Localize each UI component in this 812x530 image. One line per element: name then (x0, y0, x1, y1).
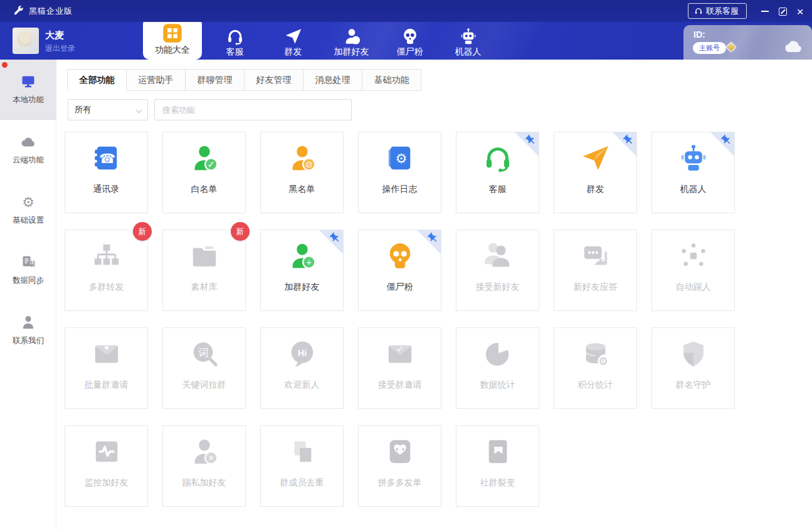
tab-2[interactable]: 群聊管理 (185, 69, 245, 91)
envelope-check-icon: ✓ (359, 328, 441, 379)
close-button[interactable]: × (793, 5, 807, 18)
person-check-icon: ✓ (163, 132, 245, 184)
addressbook-icon: ☎ (65, 132, 147, 184)
tile-material-library[interactable]: 素材库新 (162, 230, 246, 311)
tile-accept-new-friend[interactable]: 接受新好友 (456, 230, 539, 311)
tile-add-group-friend[interactable]: +加群好友 (260, 230, 344, 311)
tile-group-name-guard[interactable]: 群名守护 (651, 327, 735, 409)
tile-data-stats[interactable]: 数据统计 (456, 327, 539, 409)
maximize-button[interactable] (776, 5, 789, 18)
contact-support-button[interactable]: 联系客服 (688, 3, 747, 19)
category-tabs: 全部功能运营助手群聊管理好友管理消息处理基础功能 (68, 69, 421, 91)
tile-blacklist[interactable]: ⊘黑名单 (260, 132, 344, 213)
nav-item-robot[interactable]: 机器人 (439, 22, 497, 60)
tile-community-fission[interactable]: 社群裂变 (456, 425, 539, 507)
svg-text:⚙: ⚙ (22, 194, 34, 209)
tile-mass-send[interactable]: 群发 (554, 132, 637, 213)
tile-zombie-fans[interactable]: 僵尸粉 (358, 230, 441, 311)
category-select[interactable]: 所有 (68, 99, 148, 120)
svg-text:+: + (306, 257, 311, 267)
svg-text:⚙: ⚙ (395, 151, 407, 166)
monitor-icon (20, 74, 36, 89)
cloud-icon (783, 39, 803, 53)
persons-icon (456, 230, 539, 282)
tab-0[interactable]: 全部功能 (67, 69, 127, 91)
tile-contacts[interactable]: ☎通讯录 (65, 132, 148, 213)
logbook-icon: ⚙ (359, 132, 441, 184)
svg-text:Hi: Hi (297, 348, 306, 358)
tab-1[interactable]: 运营助手 (126, 69, 186, 91)
tile-multi-group-forward[interactable]: 多群转发新 (65, 230, 148, 311)
tag-icon (456, 426, 539, 477)
tile-monitor-add-friend[interactable]: 监控加好友 (65, 425, 148, 507)
tab-3[interactable]: 好友管理 (244, 69, 303, 91)
sidebar-item-cloud-features[interactable]: 云端功能 (0, 120, 56, 180)
db-gear-icon: ⚙ (554, 328, 636, 379)
app-window: 黑猫企业版 联系客服 × 大麦 退出登录 功能大全客服群发+加群好友僵尸粉机器人… (0, 0, 812, 530)
tile-pdd-order[interactable]: 拼多多发单 (358, 425, 441, 507)
network-icon (652, 230, 734, 282)
new-badge: 新 (133, 222, 152, 241)
logout-link[interactable]: 退出登录 (45, 43, 75, 54)
tile-auto-kick[interactable]: 自动踢人 (651, 230, 735, 311)
nav-item-mass-send[interactable]: 群发 (264, 22, 322, 60)
user-name: 大麦 (45, 29, 64, 41)
new-badge: 新 (231, 222, 250, 241)
person-x-icon: × (163, 426, 245, 477)
tile-new-friend-reply[interactable]: 新好友应答 (554, 230, 637, 311)
tile-operation-log[interactable]: ⚙操作日志 (358, 132, 441, 213)
chat-icon (554, 230, 636, 282)
minimize-button[interactable] (758, 5, 772, 18)
svg-text:♥: ♥ (104, 344, 108, 352)
notification-dot (2, 62, 8, 68)
sidebar-item-contact-us[interactable]: 联系我们 (0, 300, 56, 361)
tab-5[interactable]: 基础功能 (362, 69, 421, 91)
nav-item-add-group-friend[interactable]: +加群好友 (322, 22, 381, 60)
tile-member-dedupe[interactable]: 群成员去重 (260, 425, 344, 507)
tile-batch-group-invite[interactable]: ♥批量群邀请 (65, 327, 148, 409)
tile-points-stats[interactable]: ⚙积分统计 (554, 327, 637, 409)
envelope-heart-icon: ♥ (65, 328, 147, 379)
svg-text:⊘: ⊘ (305, 159, 312, 169)
sidebar-item-data-sync[interactable]: 数据同步 (0, 240, 56, 300)
svg-text:✓: ✓ (396, 344, 403, 354)
feature-grid: ☎通讯录✓白名单⊘黑名单⚙操作日志客服群发机器人多群转发新素材库新+加群好友僵尸… (65, 132, 735, 507)
filter-row: 所有 (68, 99, 352, 120)
pdd-icon (359, 426, 441, 477)
main-content: 全部功能运营助手群聊管理好友管理消息处理基础功能 所有 ☎通讯录✓白名单⊘黑名单… (56, 60, 812, 530)
tile-whitelist[interactable]: ✓白名单 (162, 132, 246, 213)
sidebar-item-basic-settings[interactable]: ⚙基础设置 (0, 180, 56, 240)
hi-bubble-icon: Hi (261, 328, 343, 379)
tile-customer-service[interactable]: 客服 (456, 132, 539, 213)
nav-item-features[interactable]: 功能大全 (143, 18, 202, 60)
app-title: 黑猫企业版 (29, 6, 73, 17)
tile-robot[interactable]: 机器人 (651, 132, 735, 213)
header: 大麦 退出登录 功能大全客服群发+加群好友僵尸粉机器人 ID: 主账号 (0, 22, 812, 60)
titlebar: 黑猫企业版 联系客服 × (0, 0, 812, 22)
id-label: ID: (693, 29, 705, 40)
tile-kick-private-add[interactable]: ×踢私加好友 (162, 425, 246, 507)
account-id-panel: ID: 主账号 (683, 25, 812, 60)
sidebar-item-local-features[interactable]: 本地功能 (0, 60, 56, 120)
person-icon (20, 315, 36, 330)
svg-text:+: + (354, 37, 357, 43)
primary-account-badge: 主账号 (693, 42, 726, 54)
vip-gem-icon (726, 42, 737, 53)
nav-item-zombie-fans[interactable]: 僵尸粉 (381, 22, 439, 60)
chevron-down-icon (136, 107, 142, 114)
tile-welcome-new[interactable]: Hi欢迎新人 (260, 327, 344, 409)
nav-item-customer-service[interactable]: 客服 (206, 22, 264, 60)
sync-icon (20, 255, 36, 270)
sidebar: 本地功能云端功能⚙基础设置数据同步联系我们 (0, 60, 56, 530)
svg-text:⚙: ⚙ (598, 355, 608, 368)
person-plus-icon: + (343, 22, 361, 45)
tile-accept-group-invite[interactable]: ✓接受群邀请 (358, 327, 441, 409)
user-avatar[interactable] (13, 28, 39, 54)
search-input[interactable] (154, 99, 352, 120)
monitor-pulse-icon (65, 426, 147, 477)
tab-4[interactable]: 消息处理 (303, 69, 362, 91)
squares-icon (261, 426, 343, 477)
headset-icon (226, 22, 244, 45)
tile-keyword-pull-group[interactable]: 词关键词拉群 (162, 327, 246, 409)
svg-text:×: × (208, 453, 213, 463)
